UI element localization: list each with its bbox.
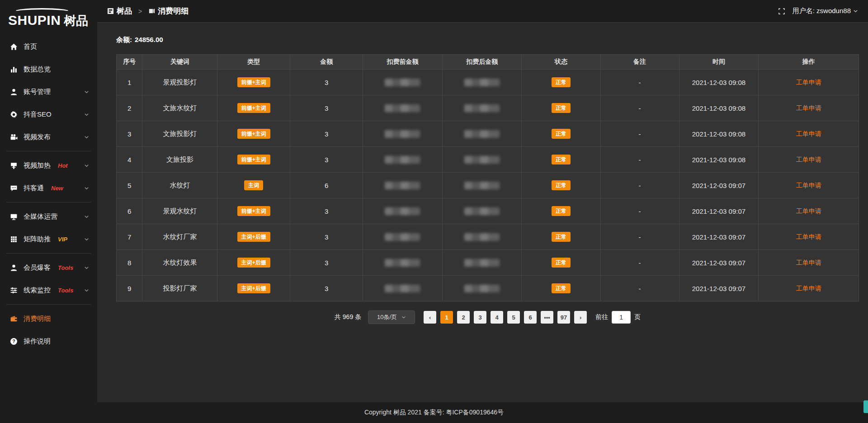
sidebar-item-heat[interactable]: 视频加热Hot <box>0 154 97 177</box>
page-button[interactable]: 4 <box>491 311 503 324</box>
work-order-link[interactable]: 工单申请 <box>796 285 821 292</box>
sidebar-item-douketong[interactable]: 抖客通New <box>0 177 97 199</box>
cell-index: 7 <box>117 224 142 250</box>
last-page-button[interactable]: 97 <box>557 311 570 324</box>
type-badge: 前缀+主词 <box>237 77 270 87</box>
username-label: 用户名: zswodun88 <box>793 7 851 15</box>
page-size-select[interactable]: 10条/页 <box>368 310 415 324</box>
sidebar-item-badge: Tools <box>58 264 73 271</box>
cell-type: 前缀+主词 <box>217 95 290 121</box>
cell-index: 4 <box>117 147 142 173</box>
row-index: 5 <box>127 182 131 189</box>
status-badge: 正常 <box>552 180 571 190</box>
sidebar-item-clues[interactable]: 线索监控Tools <box>0 279 97 301</box>
page-button[interactable]: 2 <box>457 311 470 324</box>
chat-widget-handle[interactable] <box>863 400 868 413</box>
amount-text: 3 <box>325 259 328 267</box>
sidebar-item-accounts[interactable]: 账号管理 <box>0 80 97 103</box>
sidebar-item-home[interactable]: 首页 <box>0 35 97 58</box>
status-badge: 正常 <box>552 129 571 139</box>
cell-amount: 3 <box>290 121 363 147</box>
status-badge: 正常 <box>552 103 571 113</box>
work-order-link[interactable]: 工单申请 <box>796 156 821 163</box>
question-icon: ? <box>10 338 18 345</box>
type-badge: 前缀+主词 <box>237 206 270 216</box>
app-logo[interactable]: SHUPIN 树品 <box>0 6 97 35</box>
sidebar-item-overview[interactable]: 数据总览 <box>0 58 97 80</box>
breadcrumb-item-home[interactable]: 树品 <box>117 6 132 16</box>
cell-balance-before <box>363 95 443 121</box>
work-order-link[interactable]: 工单申请 <box>796 79 821 86</box>
page-button[interactable]: 6 <box>524 311 537 324</box>
cell-time: 2021-12-03 09:07 <box>679 173 759 198</box>
sidebar-item-badge: Tools <box>58 287 73 294</box>
chevron-down-icon <box>853 9 858 14</box>
column-header: 时间 <box>679 55 759 70</box>
cell-balance-before <box>363 224 443 250</box>
cell-action: 工单申请 <box>759 250 859 276</box>
fullscreen-icon[interactable] <box>778 8 785 15</box>
page-button[interactable]: 5 <box>507 311 520 324</box>
cell-balance-before <box>363 250 443 276</box>
goto-page-input[interactable] <box>612 311 631 324</box>
sidebar-item-label: 消费明细 <box>24 315 51 323</box>
masked-balance-after <box>464 104 500 112</box>
column-header: 备注 <box>600 55 679 70</box>
masked-balance-after <box>464 79 500 86</box>
amount-text: 3 <box>325 130 328 138</box>
cell-keyword: 景观投影灯 <box>142 70 217 95</box>
sidebar-item-publish[interactable]: 视频发布 <box>0 126 97 148</box>
cell-index: 5 <box>117 173 142 198</box>
sidebar-item-matrix[interactable]: 矩阵助推VIP <box>0 228 97 250</box>
work-order-link[interactable]: 工单申请 <box>796 130 821 137</box>
sidebar-item-badge: Hot <box>58 162 68 169</box>
work-order-link[interactable]: 工单申请 <box>796 182 821 189</box>
sidebar-item-member[interactable]: 会员爆客Tools <box>0 256 97 279</box>
masked-balance-before <box>385 104 420 112</box>
amount-text: 3 <box>325 79 328 86</box>
masked-balance-before <box>385 130 420 138</box>
cell-balance-after <box>442 224 522 250</box>
page-button[interactable]: 1 <box>440 311 453 324</box>
wallet-icon <box>10 315 18 323</box>
cell-keyword: 景观水纹灯 <box>142 198 217 224</box>
chevron-down-icon <box>84 135 89 140</box>
cell-status: 正常 <box>522 276 600 301</box>
type-badge: 主词+后缀 <box>237 258 270 268</box>
cell-balance-before <box>363 121 443 147</box>
type-badge: 前缀+主词 <box>237 103 270 113</box>
page-button[interactable]: 3 <box>474 311 486 324</box>
work-order-link[interactable]: 工单申请 <box>796 259 821 266</box>
logo-text-en: SHUPIN <box>8 13 61 28</box>
sidebar-item-help[interactable]: ?操作说明 <box>0 330 97 352</box>
prev-page-button[interactable]: ‹ <box>424 311 436 324</box>
work-order-link[interactable]: 工单申请 <box>796 104 821 112</box>
goto-label: 前往 <box>595 313 608 321</box>
remark-text: - <box>639 104 641 112</box>
cell-time: 2021-12-03 09:07 <box>679 198 759 224</box>
cell-balance-before <box>363 173 443 198</box>
masked-balance-after <box>464 207 500 215</box>
time-text: 2021-12-03 09:08 <box>692 156 745 164</box>
sidebar-item-expense[interactable]: 消费明细 <box>0 307 97 330</box>
masked-balance-before <box>385 207 420 215</box>
amount-text: 3 <box>325 207 328 215</box>
next-page-button[interactable]: › <box>574 311 587 324</box>
member-icon <box>10 264 18 272</box>
chevron-down-icon <box>401 315 406 320</box>
cell-amount: 3 <box>290 147 363 173</box>
sidebar-item-seo[interactable]: 抖音SEO <box>0 103 97 126</box>
cell-balance-after <box>442 121 522 147</box>
work-order-link[interactable]: 工单申请 <box>796 207 821 215</box>
sidebar-item-media[interactable]: 全媒体运营 <box>0 205 97 228</box>
user-menu[interactable]: 用户名: zswodun88 <box>793 7 858 15</box>
table-row: 2文旅水纹灯前缀+主词3正常-2021-12-03 09:08工单申请 <box>117 95 859 121</box>
sidebar-item-label: 矩阵助推 <box>24 235 51 244</box>
work-order-link[interactable]: 工单申请 <box>796 233 821 240</box>
ellipsis-button[interactable]: ••• <box>541 311 553 324</box>
monitor-icon <box>10 213 18 221</box>
type-badge: 前缀+主词 <box>237 129 270 139</box>
cell-status: 正常 <box>522 121 600 147</box>
remark-text: - <box>639 207 641 215</box>
cell-balance-before <box>363 276 443 301</box>
